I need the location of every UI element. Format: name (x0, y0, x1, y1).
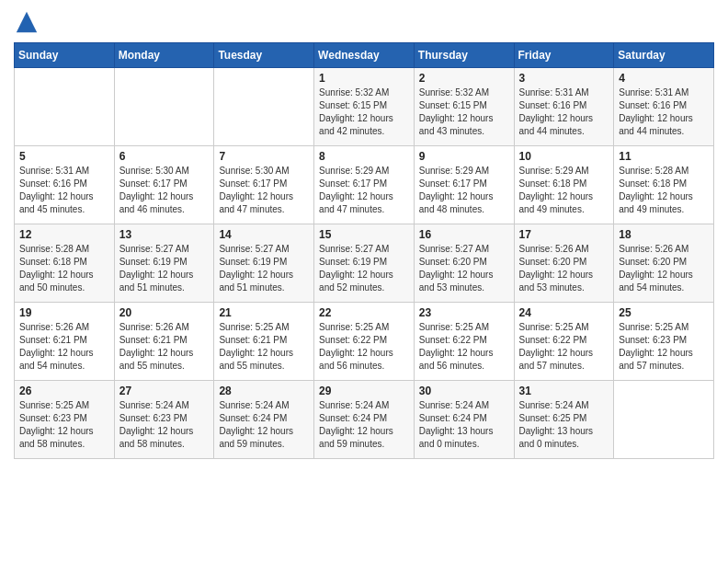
calendar-cell: 13Sunrise: 5:27 AM Sunset: 6:19 PM Dayli… (114, 224, 214, 303)
day-number: 23 (419, 306, 509, 319)
day-number: 12 (19, 228, 109, 241)
calendar-week-1: 1Sunrise: 5:32 AM Sunset: 6:15 PM Daylig… (15, 68, 714, 146)
calendar-cell: 14Sunrise: 5:27 AM Sunset: 6:19 PM Dayli… (214, 224, 314, 303)
day-info: Sunrise: 5:29 AM Sunset: 6:17 PM Dayligh… (319, 165, 409, 216)
header-cell-thursday: Thursday (414, 43, 514, 68)
calendar-body: 1Sunrise: 5:32 AM Sunset: 6:15 PM Daylig… (15, 68, 714, 459)
day-number: 8 (319, 150, 409, 163)
day-info: Sunrise: 5:25 AM Sunset: 6:22 PM Dayligh… (519, 321, 609, 373)
day-number: 3 (519, 72, 609, 85)
header-cell-tuesday: Tuesday (214, 43, 314, 68)
day-info: Sunrise: 5:28 AM Sunset: 6:18 PM Dayligh… (619, 165, 709, 216)
calendar-week-2: 5Sunrise: 5:31 AM Sunset: 6:16 PM Daylig… (15, 146, 714, 224)
calendar-week-5: 26Sunrise: 5:25 AM Sunset: 6:23 PM Dayli… (15, 381, 714, 459)
calendar-cell (114, 68, 214, 146)
day-info: Sunrise: 5:25 AM Sunset: 6:23 PM Dayligh… (19, 399, 109, 451)
day-info: Sunrise: 5:26 AM Sunset: 6:20 PM Dayligh… (619, 243, 709, 294)
day-info: Sunrise: 5:31 AM Sunset: 6:16 PM Dayligh… (19, 165, 109, 216)
calendar-cell: 1Sunrise: 5:32 AM Sunset: 6:15 PM Daylig… (314, 68, 415, 146)
calendar-cell: 27Sunrise: 5:24 AM Sunset: 6:23 PM Dayli… (114, 381, 214, 459)
calendar-cell: 10Sunrise: 5:29 AM Sunset: 6:18 PM Dayli… (514, 146, 614, 224)
day-number: 22 (319, 306, 409, 319)
calendar-cell: 6Sunrise: 5:30 AM Sunset: 6:17 PM Daylig… (114, 146, 214, 224)
day-info: Sunrise: 5:24 AM Sunset: 6:24 PM Dayligh… (219, 399, 309, 451)
calendar-cell: 24Sunrise: 5:25 AM Sunset: 6:22 PM Dayli… (514, 303, 614, 381)
calendar-cell: 20Sunrise: 5:26 AM Sunset: 6:21 PM Dayli… (114, 303, 214, 381)
day-number: 26 (19, 385, 109, 397)
header-cell-friday: Friday (514, 43, 614, 68)
day-number: 2 (419, 72, 509, 85)
day-number: 15 (319, 228, 409, 241)
day-info: Sunrise: 5:27 AM Sunset: 6:19 PM Dayligh… (319, 243, 409, 294)
calendar-cell: 22Sunrise: 5:25 AM Sunset: 6:22 PM Dayli… (314, 303, 415, 381)
day-number: 1 (319, 72, 409, 85)
day-info: Sunrise: 5:24 AM Sunset: 6:24 PM Dayligh… (319, 399, 409, 451)
header-row: SundayMondayTuesdayWednesdayThursdayFrid… (15, 43, 714, 68)
calendar-cell: 25Sunrise: 5:25 AM Sunset: 6:23 PM Dayli… (614, 303, 714, 381)
day-number: 6 (119, 150, 210, 163)
day-info: Sunrise: 5:32 AM Sunset: 6:15 PM Dayligh… (419, 86, 509, 138)
calendar-cell: 4Sunrise: 5:31 AM Sunset: 6:16 PM Daylig… (614, 68, 714, 146)
day-info: Sunrise: 5:30 AM Sunset: 6:17 PM Dayligh… (219, 165, 309, 216)
calendar-cell: 30Sunrise: 5:24 AM Sunset: 6:24 PM Dayli… (414, 381, 514, 459)
day-info: Sunrise: 5:29 AM Sunset: 6:17 PM Dayligh… (419, 165, 509, 216)
calendar-cell: 15Sunrise: 5:27 AM Sunset: 6:19 PM Dayli… (314, 224, 415, 303)
day-number: 20 (119, 306, 210, 319)
day-number: 4 (619, 72, 709, 85)
day-info: Sunrise: 5:24 AM Sunset: 6:23 PM Dayligh… (119, 399, 210, 451)
day-number: 9 (419, 150, 509, 163)
calendar-header: SundayMondayTuesdayWednesdayThursdayFrid… (15, 43, 714, 68)
day-number: 18 (619, 228, 709, 241)
day-info: Sunrise: 5:27 AM Sunset: 6:19 PM Dayligh… (219, 243, 309, 294)
calendar-cell: 3Sunrise: 5:31 AM Sunset: 6:16 PM Daylig… (514, 68, 614, 146)
calendar-cell (614, 381, 714, 459)
calendar-cell: 28Sunrise: 5:24 AM Sunset: 6:24 PM Dayli… (214, 381, 314, 459)
day-number: 27 (119, 385, 210, 397)
day-number: 24 (519, 306, 609, 319)
day-number: 11 (619, 150, 709, 163)
day-number: 10 (519, 150, 609, 163)
day-number: 19 (19, 306, 109, 319)
calendar-week-4: 19Sunrise: 5:26 AM Sunset: 6:21 PM Dayli… (15, 303, 714, 381)
calendar-week-3: 12Sunrise: 5:28 AM Sunset: 6:18 PM Dayli… (15, 224, 714, 303)
logo (14, 9, 43, 35)
day-info: Sunrise: 5:24 AM Sunset: 6:25 PM Dayligh… (519, 399, 609, 451)
day-info: Sunrise: 5:28 AM Sunset: 6:18 PM Dayligh… (19, 243, 109, 294)
day-number: 14 (219, 228, 309, 241)
day-number: 29 (319, 385, 409, 397)
calendar-cell: 16Sunrise: 5:27 AM Sunset: 6:20 PM Dayli… (414, 224, 514, 303)
day-info: Sunrise: 5:27 AM Sunset: 6:19 PM Dayligh… (119, 243, 210, 294)
day-info: Sunrise: 5:24 AM Sunset: 6:24 PM Dayligh… (419, 399, 509, 451)
calendar-cell: 7Sunrise: 5:30 AM Sunset: 6:17 PM Daylig… (214, 146, 314, 224)
header-cell-wednesday: Wednesday (314, 43, 415, 68)
header (14, 9, 714, 35)
day-info: Sunrise: 5:26 AM Sunset: 6:20 PM Dayligh… (519, 243, 609, 294)
header-cell-saturday: Saturday (614, 43, 714, 68)
calendar-cell (15, 68, 115, 146)
day-info: Sunrise: 5:32 AM Sunset: 6:15 PM Dayligh… (319, 86, 409, 138)
day-info: Sunrise: 5:25 AM Sunset: 6:22 PM Dayligh… (419, 321, 509, 373)
header-cell-monday: Monday (114, 43, 214, 68)
calendar-cell: 5Sunrise: 5:31 AM Sunset: 6:16 PM Daylig… (15, 146, 115, 224)
day-info: Sunrise: 5:25 AM Sunset: 6:22 PM Dayligh… (319, 321, 409, 373)
calendar-cell: 19Sunrise: 5:26 AM Sunset: 6:21 PM Dayli… (15, 303, 115, 381)
calendar-cell: 29Sunrise: 5:24 AM Sunset: 6:24 PM Dayli… (314, 381, 415, 459)
day-number: 25 (619, 306, 709, 319)
day-info: Sunrise: 5:31 AM Sunset: 6:16 PM Dayligh… (619, 86, 709, 138)
day-info: Sunrise: 5:25 AM Sunset: 6:21 PM Dayligh… (219, 321, 309, 373)
day-number: 16 (419, 228, 509, 241)
day-info: Sunrise: 5:31 AM Sunset: 6:16 PM Dayligh… (519, 86, 609, 138)
day-info: Sunrise: 5:25 AM Sunset: 6:23 PM Dayligh… (619, 321, 709, 373)
calendar-cell: 31Sunrise: 5:24 AM Sunset: 6:25 PM Dayli… (514, 381, 614, 459)
day-number: 21 (219, 306, 309, 319)
calendar-cell: 11Sunrise: 5:28 AM Sunset: 6:18 PM Dayli… (614, 146, 714, 224)
calendar-cell: 8Sunrise: 5:29 AM Sunset: 6:17 PM Daylig… (314, 146, 415, 224)
calendar-cell: 9Sunrise: 5:29 AM Sunset: 6:17 PM Daylig… (414, 146, 514, 224)
day-info: Sunrise: 5:29 AM Sunset: 6:18 PM Dayligh… (519, 165, 609, 216)
calendar-cell: 23Sunrise: 5:25 AM Sunset: 6:22 PM Dayli… (414, 303, 514, 381)
day-number: 30 (419, 385, 509, 397)
day-number: 17 (519, 228, 609, 241)
logo-icon (14, 9, 40, 35)
calendar-cell: 17Sunrise: 5:26 AM Sunset: 6:20 PM Dayli… (514, 224, 614, 303)
calendar-cell: 18Sunrise: 5:26 AM Sunset: 6:20 PM Dayli… (614, 224, 714, 303)
